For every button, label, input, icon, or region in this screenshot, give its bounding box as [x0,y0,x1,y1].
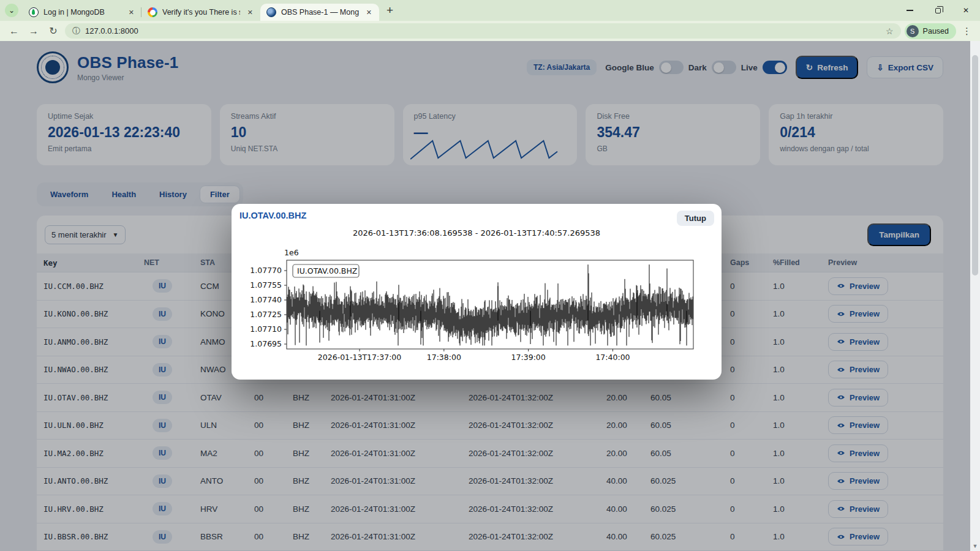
tab-close-icon[interactable]: ✕ [126,7,137,18]
svg-text:1.07740: 1.07740 [250,295,282,304]
tab-close-icon[interactable]: ✕ [364,7,374,18]
window-minimize-button[interactable] [895,0,924,21]
browser-tabstrip: ⌄ Log in | MongoDB✕Verify it's you There… [0,0,980,21]
back-button[interactable]: ← [6,26,22,37]
obs-favicon-icon [266,7,276,17]
chevron-down-icon: ⌄ [9,6,15,15]
svg-text:IU.OTAV.00.BHZ: IU.OTAV.00.BHZ [297,266,357,276]
window-restore-button[interactable] [924,0,952,21]
page-scrollbar[interactable]: ▼ [970,41,980,551]
profile-paused-pill[interactable]: S Paused [905,23,956,39]
reload-button[interactable]: ↻ [45,25,61,37]
preview-modal: IU.OTAV.00.BHZ Tutup 2026-01-13T17:36:08… [232,204,722,380]
profile-status-label: Paused [923,27,949,36]
browser-tab[interactable]: OBS Phase-1 — Mongo Viewer✕ [260,4,379,21]
modal-close-button[interactable]: Tutup [677,211,714,226]
browser-tab[interactable]: Log in | MongoDB✕ [23,4,141,21]
svg-text:1.07770: 1.07770 [250,266,282,275]
svg-text:1.07710: 1.07710 [250,324,282,334]
browser-window: ⌄ Log in | MongoDB✕Verify it's you There… [0,0,980,551]
svg-text:1.07725: 1.07725 [250,310,282,319]
bookmark-star-icon[interactable]: ☆ [886,26,894,36]
new-tab-button[interactable]: + [379,4,401,17]
avatar: S [907,25,919,37]
chart-time-range: 2026-01-13T17:36:08.169538 - 2026-01-13T… [232,228,722,238]
svg-text:17:39:00: 17:39:00 [511,353,546,362]
browser-menu-icon[interactable]: ⋮ [960,26,974,37]
browser-tabs: Log in | MongoDB✕Verify it's you There i… [23,0,379,21]
minimize-icon [907,10,913,11]
modal-title: IU.OTAV.00.BHZ [239,211,306,220]
tab-close-icon[interactable]: ✕ [245,7,255,18]
site-info-icon[interactable]: ⓘ [72,26,80,37]
window-controls: ✕ [895,0,980,21]
svg-text:1.07695: 1.07695 [250,339,282,348]
svg-text:2026-01-13T17:37:00: 2026-01-13T17:37:00 [318,353,401,362]
tab-title: Log in | MongoDB [43,8,121,17]
waveform-plot: 1e61.077701.077551.077401.077251.077101.… [238,241,715,369]
scrollbar-down-arrow[interactable]: ▼ [970,543,980,549]
forward-button[interactable]: → [26,26,42,37]
svg-text:1.07755: 1.07755 [250,280,282,290]
svg-text:17:40:00: 17:40:00 [595,353,630,362]
browser-toolbar: ← → ↻ ⓘ 127.0.0.1:8000 ☆ S Paused ⋮ [0,21,980,41]
google-favicon-icon [148,7,157,17]
restore-icon [935,8,941,13]
window-close-button[interactable]: ✕ [952,0,980,21]
browser-tab[interactable]: Verify it's you There is somethin✕ [141,4,260,21]
url-text: 127.0.0.1:8000 [85,26,881,36]
address-bar[interactable]: ⓘ 127.0.0.1:8000 ☆ [65,23,901,39]
svg-text:17:38:00: 17:38:00 [427,353,461,362]
svg-text:1e6: 1e6 [284,248,299,257]
tab-title: Verify it's you There is somethin [162,8,240,17]
scrollbar-thumb[interactable] [972,55,978,276]
tab-search-button[interactable]: ⌄ [5,4,18,17]
tab-title: OBS Phase-1 — Mongo Viewer [281,8,359,17]
mongodb-favicon-icon [29,7,39,17]
